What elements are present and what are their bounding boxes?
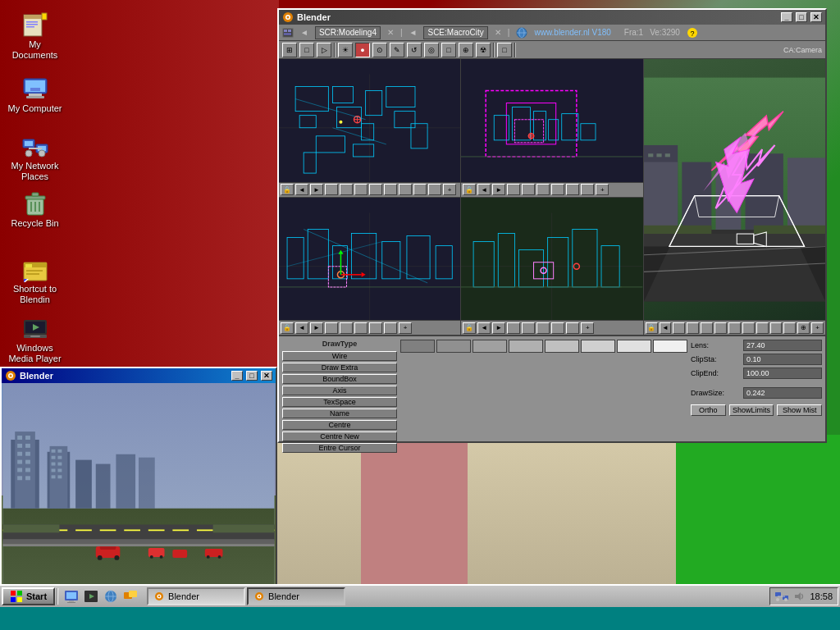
blender-minimize-button[interactable]: _ <box>781 12 792 22</box>
vp-tc-prev[interactable]: ◄ <box>477 184 491 195</box>
lens-value[interactable]: 27.40 <box>743 340 822 351</box>
blender-close-button[interactable]: ✕ <box>810 12 822 22</box>
ql-extra[interactable] <box>122 588 139 605</box>
vp-bl-prev[interactable]: ◄ <box>295 322 308 334</box>
vp-tc-b4[interactable] <box>551 184 564 195</box>
vp-bl-lock[interactable]: 🔒 <box>281 322 294 334</box>
blender-scene-selector[interactable]: SCE:MacroCity <box>423 26 487 39</box>
tb-view2-btn[interactable]: □ <box>497 43 512 57</box>
btn-entre-cursor[interactable]: Entre Cursor <box>282 443 397 453</box>
vp-bc-b1[interactable] <box>507 322 520 334</box>
swatch-6[interactable] <box>581 340 615 353</box>
swatch-7[interactable] <box>617 340 651 353</box>
blender-screen-selector[interactable]: SCR:Modeling4 <box>315 26 381 39</box>
desktop-icon-recycle-bin[interactable]: Recycle Bin <box>4 187 66 232</box>
desktop-icon-windows-media-player[interactable]: Windows Media Player <box>4 312 66 368</box>
vp-3d-move[interactable]: ⊕ <box>797 322 810 334</box>
swatch-8[interactable] <box>653 340 687 353</box>
viewport-top-center[interactable]: 🔒 ◄ ► + <box>461 59 642 197</box>
vp-3d-lock[interactable]: 🔒 <box>646 322 658 334</box>
vp-tl-b4[interactable] <box>369 184 382 195</box>
vp-3d-b7[interactable] <box>756 322 769 334</box>
viewport-3d[interactable]: 🔒 ◄ ⊕ + <box>644 59 825 335</box>
swatch-5[interactable] <box>545 340 579 353</box>
tb-radiation-btn[interactable]: ☢ <box>476 43 491 57</box>
vp-3d-prev[interactable]: ◄ <box>660 322 672 334</box>
vp-tl-b8[interactable] <box>428 184 441 195</box>
blender-render-close[interactable]: ✕ <box>261 371 272 381</box>
vp-bc-next[interactable]: ► <box>492 322 505 334</box>
tb-rotate-btn[interactable]: ↺ <box>407 43 422 57</box>
vp-bl-next[interactable]: ► <box>310 322 323 334</box>
vp-tc-add[interactable]: + <box>596 184 609 195</box>
desktop-icon-my-documents[interactable]: My Documents <box>4 8 66 64</box>
btn-texspace[interactable]: TexSpace <box>282 397 397 407</box>
vp-bl-b5[interactable] <box>384 322 397 334</box>
blender-scene-close[interactable]: ✕ <box>495 28 501 37</box>
vp-tc-b6[interactable] <box>581 184 594 195</box>
swatch-3[interactable] <box>472 340 507 353</box>
vp-bc-lock[interactable]: 🔒 <box>463 322 476 334</box>
tb-view-btn[interactable]: ⊞ <box>282 43 297 57</box>
blender-render-titlebar[interactable]: Blender _ □ ✕ <box>2 368 276 383</box>
tb-scene-btn[interactable]: ⊙ <box>372 43 387 57</box>
vp-tc-b2[interactable] <box>522 184 535 195</box>
drawsize-value[interactable]: 0.242 <box>743 387 822 399</box>
blender-maximize-button[interactable]: □ <box>796 12 807 22</box>
desktop-icon-my-computer[interactable]: My Computer <box>4 72 66 117</box>
vp-tl-add[interactable]: + <box>443 184 456 195</box>
btn-ortho[interactable]: Ortho <box>691 404 726 416</box>
btn-draw-extra[interactable]: Draw Extra <box>282 363 397 372</box>
vp-3d-b5[interactable] <box>728 322 741 334</box>
desktop-icon-shortcut-blender[interactable]: Shortcut to Blendin <box>4 253 66 308</box>
vp-bc-b2[interactable] <box>522 322 535 334</box>
vp-bl-b2[interactable] <box>340 322 353 334</box>
btn-showmist[interactable]: Show Mist <box>777 404 822 416</box>
btn-axis[interactable]: Axis <box>282 386 397 395</box>
btn-centre-new[interactable]: Centre New <box>282 431 397 441</box>
vp-tl-b6[interactable] <box>399 184 412 195</box>
vp-tc-b3[interactable] <box>536 184 550 195</box>
ql-media-player[interactable] <box>83 588 99 605</box>
swatch-2[interactable] <box>436 340 471 353</box>
vp-3d-b4[interactable] <box>714 322 727 334</box>
tb-paint-btn[interactable]: ✎ <box>390 43 404 57</box>
desktop-icon-my-network-places[interactable]: My Network Places <box>4 130 66 185</box>
ql-show-desktop[interactable] <box>63 588 80 605</box>
tb-snap-btn[interactable]: ◎ <box>424 43 439 57</box>
blender-arrow-left[interactable]: ◄ <box>300 28 308 37</box>
vp-bc-b3[interactable] <box>536 322 550 334</box>
vp-bl-add[interactable]: + <box>399 322 412 334</box>
vp-3d-b1[interactable] <box>673 322 685 334</box>
vp-tl-prev[interactable]: ◄ <box>295 184 308 195</box>
vp-tc-b1[interactable] <box>507 184 520 195</box>
vp-3d-b3[interactable] <box>701 322 713 334</box>
btn-name[interactable]: Name <box>282 409 397 418</box>
viewport-bottom-left[interactable]: 🔒 ◄ ► + <box>279 198 460 336</box>
vp-tl-b5[interactable] <box>384 184 397 195</box>
vp-3d-b9[interactable] <box>783 322 796 334</box>
btn-wire[interactable]: Wire <box>282 351 397 361</box>
swatch-1[interactable] <box>400 340 435 353</box>
vp-tl-b3[interactable] <box>354 184 368 195</box>
blender-main-titlebar[interactable]: Blender _ □ ✕ <box>279 10 825 25</box>
viewport-top-left[interactable]: 🔒 ◄ ► + <box>279 59 460 197</box>
vp-tc-lock[interactable]: 🔒 <box>463 184 476 195</box>
viewport-bottom-center[interactable]: 🔒 ◄ ► + <box>461 198 642 336</box>
btn-centre[interactable]: Centre <box>282 420 397 430</box>
taskbar-app-blender-1[interactable]: Blender <box>147 587 245 605</box>
vp-3d-b6[interactable] <box>742 322 755 334</box>
vp-tl-b2[interactable] <box>340 184 353 195</box>
vp-3d-add[interactable]: + <box>811 322 824 334</box>
ql-browser[interactable] <box>103 588 119 605</box>
tb-anim-btn[interactable]: ▷ <box>317 43 331 57</box>
vp-bl-b4[interactable] <box>369 322 382 334</box>
clipsta-value[interactable]: 0.10 <box>743 354 822 365</box>
vp-tl-next[interactable]: ► <box>310 184 323 195</box>
tb-render-btn[interactable]: □ <box>299 43 314 57</box>
blender-url[interactable]: www.blender.nl V180 <box>534 28 610 37</box>
blender-arrow-left2[interactable]: ◄ <box>409 28 418 37</box>
swatch-4[interactable] <box>509 340 543 353</box>
blender-screen-close[interactable]: ✕ <box>387 28 394 37</box>
vp-tc-next[interactable]: ► <box>492 184 505 195</box>
